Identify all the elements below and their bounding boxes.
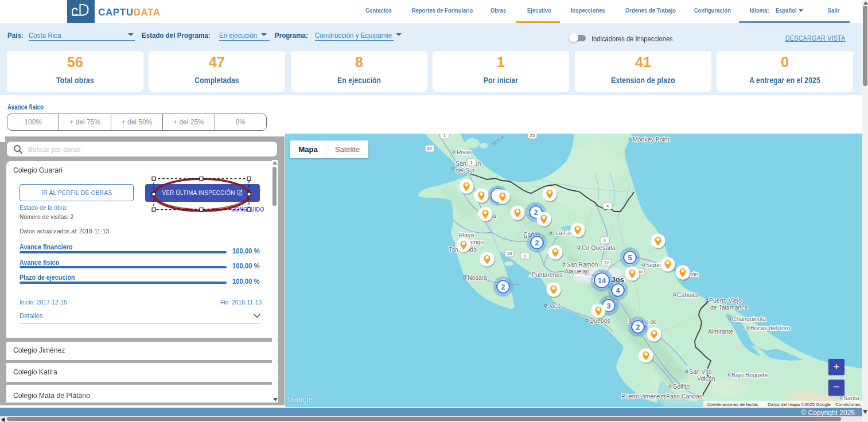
svg-text:Paso Canoas: Paso Canoas [666,393,702,400]
svg-text:de Talamanca: de Talamanca [710,304,748,311]
svg-text:62: 62 [427,146,433,151]
svg-text:Puerto Viejo: Puerto Viejo [709,297,742,304]
svg-text:Volcán: Volcán [697,375,715,382]
svg-text:4: 4 [604,238,606,243]
svg-text:18: 18 [507,251,512,256]
svg-text:Siquir: Siquir [646,261,661,268]
svg-text:Bajo Boquete: Bajo Boquete [731,372,768,378]
svg-text:Playa: Playa [459,232,474,239]
svg-text:Cahuita: Cahuita [677,291,698,298]
svg-text:2: 2 [534,209,538,217]
svg-text:Alajuelao: Alajuelao [565,268,589,275]
svg-text:Puntarenas: Puntarenas [532,271,563,278]
svg-text:1: 1 [470,160,473,165]
svg-text:Golfito: Golfito [672,383,690,390]
svg-text:14: 14 [598,276,606,285]
svg-text:2: 2 [636,323,640,331]
svg-text:2: 2 [535,239,539,247]
svg-text:5: 5 [628,254,632,262]
svg-text:Bocas del Toro: Bocas del Toro [750,325,790,331]
svg-text:1: 1 [524,253,527,259]
svg-text:4: 4 [606,204,609,209]
svg-text:San Ramón: San Ramón [566,261,598,268]
svg-text:San Vito: San Vito [689,368,712,375]
svg-text:Monkey Point: Monkey Point [633,136,670,143]
svg-text:1: 1 [443,134,446,138]
svg-text:32: 32 [604,260,609,265]
svg-text:Cd Quesada: Cd Quesada [582,244,616,251]
svg-text:Changuinola: Changuinola [732,315,766,322]
svg-text:Nosara: Nosara [468,274,487,281]
svg-text:Jacó: Jacó [548,302,560,309]
svg-text:25: 25 [530,134,535,138]
svg-text:4: 4 [616,287,620,295]
svg-text:Almirante: Almirante [708,328,734,335]
svg-text:Rivas: Rivas [457,149,472,155]
svg-text:Puerto Jiménez: Puerto Jiménez [621,393,663,400]
svg-text:3: 3 [607,302,611,310]
svg-text:2: 2 [501,283,505,291]
svg-text:del Sur: del Sur [456,167,475,174]
